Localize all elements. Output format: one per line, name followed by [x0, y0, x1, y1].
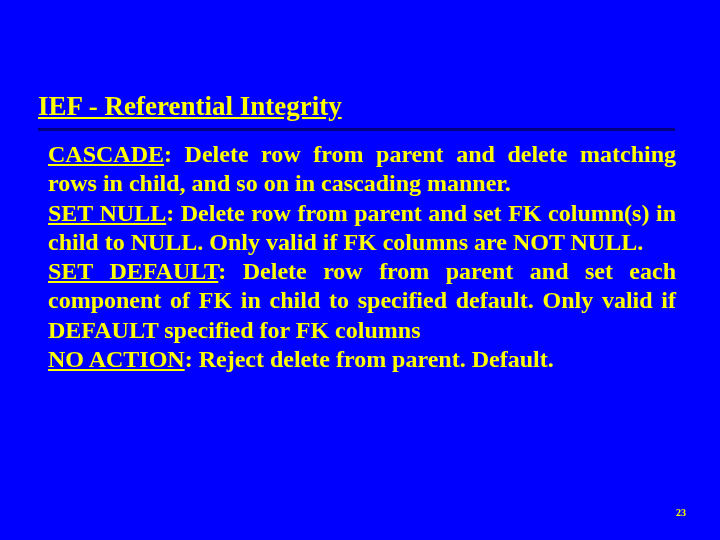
slide-content: CASCADE: Delete row from parent and dele… [48, 140, 676, 374]
term-setnull: SET NULL [48, 200, 166, 226]
slide-title: IEF - Referential Integrity [38, 90, 682, 122]
text-noaction: : Reject delete from parent. Default. [185, 346, 554, 372]
term-noaction: NO ACTION [48, 346, 185, 372]
term-cascade: CASCADE [48, 141, 164, 167]
title-block: IEF - Referential Integrity [38, 90, 682, 122]
term-setdefault: SET DEFAULT [48, 258, 218, 284]
page-number: 23 [676, 507, 686, 518]
title-underline [38, 128, 675, 131]
slide: IEF - Referential Integrity CASCADE: Del… [0, 0, 720, 540]
